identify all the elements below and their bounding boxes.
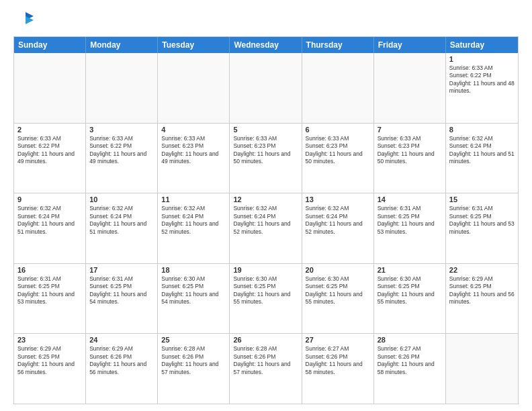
day-info: Sunrise: 6:27 AM Sunset: 6:26 PM Dayligh… xyxy=(378,345,442,376)
day-info: Sunrise: 6:33 AM Sunset: 6:23 PM Dayligh… xyxy=(161,135,226,166)
calendar-row-1: 2Sunrise: 6:33 AM Sunset: 6:22 PM Daylig… xyxy=(14,124,518,194)
day-number: 12 xyxy=(233,195,298,203)
calendar-cell xyxy=(374,53,446,123)
day-header-friday: Friday xyxy=(374,37,446,53)
calendar-cell: 18Sunrise: 6:30 AM Sunset: 6:25 PM Dayli… xyxy=(158,264,230,334)
day-number: 11 xyxy=(161,195,226,203)
day-info: Sunrise: 6:30 AM Sunset: 6:25 PM Dayligh… xyxy=(306,275,370,306)
page: SundayMondayTuesdayWednesdayThursdayFrid… xyxy=(0,0,532,411)
day-info: Sunrise: 6:29 AM Sunset: 6:25 PM Dayligh… xyxy=(17,345,82,376)
calendar-header-row: SundayMondayTuesdayWednesdayThursdayFrid… xyxy=(14,37,518,53)
day-info: Sunrise: 6:32 AM Sunset: 6:24 PM Dayligh… xyxy=(89,205,154,236)
day-number: 3 xyxy=(89,126,154,134)
day-number: 19 xyxy=(233,266,298,274)
day-header-sunday: Sunday xyxy=(14,37,86,53)
calendar-cell xyxy=(14,53,86,123)
day-number: 22 xyxy=(449,266,515,274)
day-number: 1 xyxy=(449,55,515,63)
calendar-cell: 25Sunrise: 6:28 AM Sunset: 6:26 PM Dayli… xyxy=(158,334,230,404)
calendar-cell: 22Sunrise: 6:29 AM Sunset: 6:25 PM Dayli… xyxy=(446,264,518,334)
calendar-cell: 6Sunrise: 6:33 AM Sunset: 6:23 PM Daylig… xyxy=(302,124,374,193)
day-info: Sunrise: 6:33 AM Sunset: 6:22 PM Dayligh… xyxy=(89,135,154,166)
logo xyxy=(13,11,35,30)
day-info: Sunrise: 6:32 AM Sunset: 6:24 PM Dayligh… xyxy=(161,205,226,236)
day-number: 18 xyxy=(161,266,226,274)
calendar-cell: 11Sunrise: 6:32 AM Sunset: 6:24 PM Dayli… xyxy=(158,193,230,263)
day-info: Sunrise: 6:31 AM Sunset: 6:25 PM Dayligh… xyxy=(17,275,82,306)
day-number: 6 xyxy=(306,126,370,134)
day-number: 20 xyxy=(306,266,370,274)
calendar-cell: 24Sunrise: 6:29 AM Sunset: 6:26 PM Dayli… xyxy=(86,334,158,404)
day-number: 4 xyxy=(161,126,226,134)
day-info: Sunrise: 6:29 AM Sunset: 6:25 PM Dayligh… xyxy=(449,275,515,306)
calendar-cell: 23Sunrise: 6:29 AM Sunset: 6:25 PM Dayli… xyxy=(14,334,86,404)
day-number: 16 xyxy=(17,266,82,274)
calendar-cell: 17Sunrise: 6:31 AM Sunset: 6:25 PM Dayli… xyxy=(86,264,158,334)
calendar-cell: 8Sunrise: 6:32 AM Sunset: 6:24 PM Daylig… xyxy=(446,124,518,193)
day-header-tuesday: Tuesday xyxy=(158,37,230,53)
calendar-cell xyxy=(446,334,518,404)
day-info: Sunrise: 6:33 AM Sunset: 6:22 PM Dayligh… xyxy=(17,135,82,166)
calendar-cell: 28Sunrise: 6:27 AM Sunset: 6:26 PM Dayli… xyxy=(374,334,446,404)
calendar-cell: 13Sunrise: 6:32 AM Sunset: 6:24 PM Dayli… xyxy=(302,193,374,263)
calendar-cell: 5Sunrise: 6:33 AM Sunset: 6:23 PM Daylig… xyxy=(230,124,302,193)
day-info: Sunrise: 6:28 AM Sunset: 6:26 PM Dayligh… xyxy=(161,345,226,376)
day-number: 5 xyxy=(233,126,298,134)
day-header-monday: Monday xyxy=(86,37,158,53)
calendar-cell: 10Sunrise: 6:32 AM Sunset: 6:24 PM Dayli… xyxy=(86,193,158,263)
day-number: 2 xyxy=(17,126,82,134)
day-info: Sunrise: 6:32 AM Sunset: 6:24 PM Dayligh… xyxy=(233,205,298,236)
day-info: Sunrise: 6:28 AM Sunset: 6:26 PM Dayligh… xyxy=(233,345,298,376)
day-number: 27 xyxy=(306,336,370,344)
day-number: 26 xyxy=(233,336,298,344)
calendar-row-0: 1Sunrise: 6:33 AM Sunset: 6:22 PM Daylig… xyxy=(14,53,518,124)
calendar-row-4: 23Sunrise: 6:29 AM Sunset: 6:25 PM Dayli… xyxy=(14,334,518,404)
calendar-cell: 16Sunrise: 6:31 AM Sunset: 6:25 PM Dayli… xyxy=(14,264,86,334)
day-header-thursday: Thursday xyxy=(302,37,374,53)
calendar-body: 1Sunrise: 6:33 AM Sunset: 6:22 PM Daylig… xyxy=(14,53,518,404)
calendar-row-3: 16Sunrise: 6:31 AM Sunset: 6:25 PM Dayli… xyxy=(14,264,518,334)
day-number: 13 xyxy=(306,195,370,203)
calendar-cell: 2Sunrise: 6:33 AM Sunset: 6:22 PM Daylig… xyxy=(14,124,86,193)
day-number: 10 xyxy=(89,195,154,203)
day-number: 23 xyxy=(17,336,82,344)
calendar: SundayMondayTuesdayWednesdayThursdayFrid… xyxy=(13,36,519,404)
day-info: Sunrise: 6:27 AM Sunset: 6:26 PM Dayligh… xyxy=(306,345,370,376)
day-info: Sunrise: 6:31 AM Sunset: 6:25 PM Dayligh… xyxy=(89,275,154,306)
day-number: 21 xyxy=(378,266,442,274)
day-info: Sunrise: 6:31 AM Sunset: 6:25 PM Dayligh… xyxy=(378,205,442,236)
day-info: Sunrise: 6:33 AM Sunset: 6:23 PM Dayligh… xyxy=(378,135,442,166)
day-header-wednesday: Wednesday xyxy=(230,37,302,53)
calendar-cell: 21Sunrise: 6:30 AM Sunset: 6:25 PM Dayli… xyxy=(374,264,446,334)
day-header-saturday: Saturday xyxy=(446,37,518,53)
header xyxy=(13,11,519,30)
calendar-cell: 27Sunrise: 6:27 AM Sunset: 6:26 PM Dayli… xyxy=(302,334,374,404)
day-number: 25 xyxy=(161,336,226,344)
day-number: 14 xyxy=(378,195,442,203)
day-info: Sunrise: 6:33 AM Sunset: 6:23 PM Dayligh… xyxy=(233,135,298,166)
calendar-cell: 3Sunrise: 6:33 AM Sunset: 6:22 PM Daylig… xyxy=(86,124,158,193)
day-number: 28 xyxy=(378,336,442,344)
calendar-cell: 7Sunrise: 6:33 AM Sunset: 6:23 PM Daylig… xyxy=(374,124,446,193)
calendar-cell: 26Sunrise: 6:28 AM Sunset: 6:26 PM Dayli… xyxy=(230,334,302,404)
calendar-cell: 14Sunrise: 6:31 AM Sunset: 6:25 PM Dayli… xyxy=(374,193,446,263)
calendar-cell: 20Sunrise: 6:30 AM Sunset: 6:25 PM Dayli… xyxy=(302,264,374,334)
calendar-cell: 12Sunrise: 6:32 AM Sunset: 6:24 PM Dayli… xyxy=(230,193,302,263)
calendar-cell: 4Sunrise: 6:33 AM Sunset: 6:23 PM Daylig… xyxy=(158,124,230,193)
calendar-cell: 1Sunrise: 6:33 AM Sunset: 6:22 PM Daylig… xyxy=(446,53,518,123)
day-info: Sunrise: 6:32 AM Sunset: 6:24 PM Dayligh… xyxy=(306,205,370,236)
day-info: Sunrise: 6:30 AM Sunset: 6:25 PM Dayligh… xyxy=(233,275,298,306)
day-number: 8 xyxy=(449,126,515,134)
calendar-cell: 15Sunrise: 6:31 AM Sunset: 6:25 PM Dayli… xyxy=(446,193,518,263)
calendar-cell xyxy=(230,53,302,123)
day-number: 7 xyxy=(378,126,442,134)
calendar-cell xyxy=(86,53,158,123)
day-number: 9 xyxy=(17,195,82,203)
calendar-cell: 19Sunrise: 6:30 AM Sunset: 6:25 PM Dayli… xyxy=(230,264,302,334)
day-info: Sunrise: 6:33 AM Sunset: 6:23 PM Dayligh… xyxy=(306,135,370,166)
calendar-cell xyxy=(302,53,374,123)
calendar-cell: 9Sunrise: 6:32 AM Sunset: 6:24 PM Daylig… xyxy=(14,193,86,263)
day-info: Sunrise: 6:32 AM Sunset: 6:24 PM Dayligh… xyxy=(17,205,82,236)
day-info: Sunrise: 6:30 AM Sunset: 6:25 PM Dayligh… xyxy=(161,275,226,306)
day-info: Sunrise: 6:33 AM Sunset: 6:22 PM Dayligh… xyxy=(449,64,515,95)
